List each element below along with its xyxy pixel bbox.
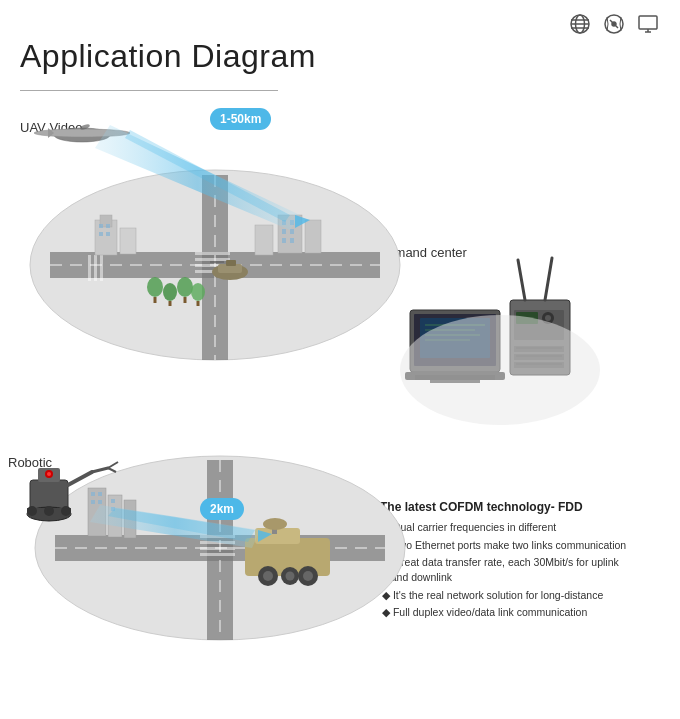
- svg-rect-29: [278, 215, 302, 253]
- svg-point-75: [263, 518, 287, 530]
- svg-rect-84: [111, 507, 115, 511]
- svg-rect-119: [514, 354, 564, 360]
- svg-rect-108: [405, 372, 505, 380]
- svg-rect-76: [88, 488, 106, 536]
- svg-rect-86: [38, 468, 60, 482]
- svg-point-88: [47, 472, 51, 476]
- svg-rect-94: [27, 508, 71, 515]
- tech-item-4: ◆ It's the real network solution for lon…: [380, 588, 665, 603]
- svg-rect-83: [111, 499, 115, 503]
- svg-rect-12: [202, 175, 228, 360]
- title-underline: [20, 90, 278, 91]
- svg-rect-32: [282, 220, 286, 225]
- uav-label: UAV Video: [20, 120, 82, 135]
- svg-marker-54: [95, 125, 300, 230]
- svg-rect-101: [410, 310, 500, 372]
- distance-badge-top: 1-50km: [210, 108, 271, 130]
- svg-point-116: [542, 312, 554, 324]
- svg-rect-80: [98, 492, 102, 496]
- svg-rect-114: [514, 310, 564, 340]
- svg-rect-78: [124, 500, 136, 538]
- svg-rect-18: [195, 270, 230, 273]
- svg-line-113: [545, 258, 552, 300]
- svg-point-95: [27, 506, 37, 516]
- tech-item-3: ◆ Great data transfer rate, each 30Mbit/…: [380, 555, 665, 584]
- svg-rect-63: [200, 541, 235, 544]
- svg-rect-22: [95, 220, 117, 255]
- svg-rect-77: [108, 495, 122, 537]
- svg-rect-30: [255, 225, 273, 255]
- svg-rect-74: [272, 520, 277, 534]
- svg-point-69: [263, 571, 273, 581]
- svg-rect-49: [197, 301, 200, 306]
- svg-line-89: [68, 472, 92, 485]
- svg-rect-65: [200, 553, 235, 556]
- svg-rect-25: [99, 224, 103, 228]
- svg-point-96: [44, 506, 54, 516]
- svg-rect-59: [207, 460, 233, 640]
- svg-point-57: [35, 456, 405, 640]
- svg-line-90: [92, 468, 108, 472]
- svg-rect-82: [98, 500, 102, 504]
- svg-rect-7: [639, 16, 657, 29]
- svg-point-93: [27, 507, 71, 521]
- svg-rect-81: [91, 500, 95, 504]
- svg-rect-62: [200, 535, 235, 538]
- svg-rect-47: [184, 297, 187, 303]
- tech-item-2: ◆ Two Ethernet ports make two links comm…: [380, 538, 665, 553]
- svg-point-10: [30, 170, 400, 360]
- svg-point-44: [163, 283, 177, 301]
- svg-rect-111: [510, 300, 570, 375]
- svg-line-91: [108, 462, 118, 468]
- svg-rect-19: [88, 255, 91, 281]
- svg-point-70: [298, 566, 318, 586]
- svg-rect-110: [415, 375, 495, 380]
- tech-title: The latest COFDM technology- FDD: [380, 500, 665, 514]
- page-title: Application Diagram: [20, 38, 316, 75]
- svg-rect-58: [55, 535, 385, 561]
- svg-rect-45: [169, 301, 172, 306]
- satellite-icon[interactable]: [602, 12, 626, 36]
- svg-point-48: [191, 283, 205, 301]
- svg-rect-109: [430, 380, 480, 383]
- svg-rect-40: [226, 260, 236, 266]
- svg-rect-26: [106, 224, 110, 228]
- robotic-label: Robotic: [8, 455, 52, 470]
- svg-rect-23: [120, 228, 136, 254]
- svg-point-6: [612, 22, 616, 26]
- svg-rect-17: [195, 264, 230, 267]
- tech-item-5: ◆ Full duplex video/data link communicat…: [380, 605, 665, 620]
- svg-rect-24: [100, 215, 112, 227]
- monitor-icon[interactable]: [636, 12, 660, 36]
- svg-rect-102: [414, 314, 496, 366]
- svg-marker-56: [295, 215, 310, 228]
- svg-rect-31: [305, 220, 321, 253]
- svg-rect-21: [100, 255, 103, 281]
- svg-rect-67: [255, 528, 300, 544]
- svg-point-68: [258, 566, 278, 586]
- svg-point-117: [545, 315, 551, 321]
- globe-icon[interactable]: [568, 12, 592, 36]
- svg-rect-120: [514, 362, 564, 368]
- svg-rect-115: [516, 312, 538, 324]
- svg-marker-100: [258, 530, 272, 542]
- tech-specs-box: The latest COFDM technology- FDD ◆ Dual …: [380, 500, 665, 623]
- svg-rect-33: [290, 220, 294, 225]
- tech-item-1: ◆ Dual carrier frequencies in different: [380, 520, 665, 535]
- svg-rect-66: [245, 538, 330, 576]
- svg-point-73: [286, 572, 295, 581]
- svg-rect-16: [195, 258, 230, 261]
- svg-rect-43: [154, 297, 157, 303]
- svg-rect-118: [514, 346, 564, 352]
- svg-point-87: [45, 470, 53, 478]
- svg-point-71: [303, 571, 313, 581]
- svg-rect-20: [94, 255, 97, 281]
- svg-point-46: [177, 277, 193, 297]
- svg-rect-11: [50, 252, 380, 278]
- svg-rect-36: [282, 238, 286, 243]
- svg-line-112: [518, 260, 525, 300]
- svg-rect-64: [200, 547, 235, 550]
- command-label: command center: [370, 245, 467, 260]
- svg-rect-35: [290, 229, 294, 234]
- svg-rect-85: [30, 480, 68, 510]
